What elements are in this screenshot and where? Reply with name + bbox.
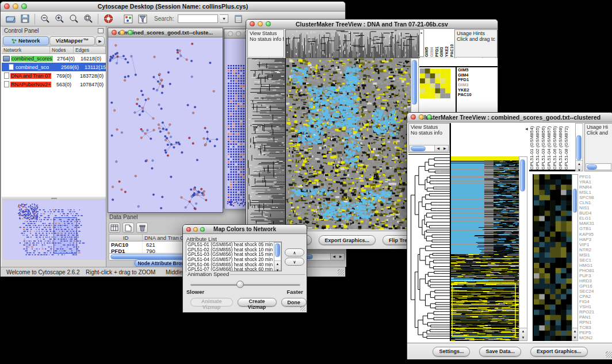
- tab-network[interactable]: Network: [3, 36, 49, 45]
- minimize-icon[interactable]: [193, 227, 198, 232]
- column-label[interactable]: GPL51-04 (GSM857): [546, 123, 552, 170]
- table-report-icon[interactable]: [232, 13, 245, 25]
- close-icon[interactable]: [186, 227, 191, 232]
- gene-label[interactable]: SEC24: [579, 289, 612, 294]
- tv1-row-dendrogram[interactable]: [247, 58, 285, 231]
- filter-icon[interactable]: [136, 13, 149, 25]
- gene-label[interactable]: YRA1: [579, 179, 612, 185]
- speed-slider-track[interactable]: [190, 284, 300, 286]
- gene-label[interactable]: MSI1: [579, 252, 612, 258]
- close-icon[interactable]: [4, 3, 10, 9]
- gene-label[interactable]: RNR4: [579, 185, 612, 190]
- zoom-fit-icon[interactable]: [67, 13, 80, 25]
- window-resize-grip[interactable]: [606, 351, 612, 358]
- network-table-row[interactable]: DNA and Tran 07 769(0) 183728(0): [2, 71, 106, 80]
- gene-label[interactable]: SPC98: [579, 195, 612, 200]
- gene-label[interactable]: NTR2: [579, 247, 612, 252]
- speed-slider-thumb[interactable]: [236, 281, 244, 288]
- treeview1-titlebar[interactable]: ClusterMaker TreeView : DNA and Tran 07-…: [246, 20, 498, 29]
- dialog-action-button[interactable]: Create Vizmap: [238, 298, 277, 306]
- gene-label[interactable]: BUD4: [579, 210, 612, 216]
- zoom-window-icon[interactable]: [427, 114, 432, 120]
- window-resize-grip[interactable]: [338, 269, 344, 275]
- gene-label[interactable]: PFD1: [579, 174, 612, 179]
- scrollbar-thumb[interactable]: [576, 135, 582, 160]
- tv2-row-dendrogram[interactable]: [408, 154, 450, 342]
- move-down-button[interactable]: ∨: [285, 258, 304, 266]
- treeview-action-button[interactable]: Save Data...: [479, 347, 521, 357]
- gene-label[interactable]: CPA2: [579, 294, 612, 299]
- scroll-up-icon[interactable]: ▲: [519, 328, 527, 335]
- scrollbar-thumb[interactable]: [275, 243, 280, 257]
- vizmapper-icon[interactable]: [122, 13, 135, 25]
- gene-label[interactable]: PEP5: [579, 330, 612, 335]
- treeview-action-button[interactable]: Settings...: [433, 347, 470, 357]
- column-label[interactable]: GPL51-06 (GSM865): [552, 123, 558, 170]
- float-panel-icon[interactable]: [98, 28, 104, 33]
- attribute-list-scrollbar[interactable]: ▲▼: [274, 242, 281, 271]
- treeview-action-button[interactable]: Export Graphics...: [319, 235, 376, 245]
- network-overview-canvas[interactable]: [3, 200, 105, 260]
- scroll-down-icon[interactable]: ▼: [274, 267, 281, 274]
- gene-label[interactable]: RPO21: [579, 309, 612, 315]
- gene-label[interactable]: MSL1: [579, 190, 612, 195]
- gene-label[interactable]: ELG1: [579, 216, 612, 221]
- gene-label[interactable]: PAN1: [579, 315, 612, 320]
- zoom-in-icon[interactable]: [53, 13, 66, 25]
- new-attribute-icon[interactable]: [123, 223, 134, 233]
- scrollbar-thumb[interactable]: [587, 164, 597, 170]
- minimize-icon[interactable]: [258, 21, 263, 26]
- tv2-collabel-scrollbar[interactable]: ▲▼: [575, 123, 583, 171]
- scrollbar-thumb[interactable]: [520, 159, 525, 191]
- gene-label[interactable]: YSH1: [579, 304, 612, 309]
- scroll-down-icon[interactable]: ▼: [519, 335, 527, 341]
- column-label[interactable]: GPL51-07 (GSM868): [558, 123, 564, 170]
- open-file-button[interactable]: [4, 13, 17, 25]
- save-button[interactable]: [18, 13, 31, 25]
- zoom-out-icon[interactable]: [39, 13, 51, 25]
- minimize-icon[interactable]: [419, 114, 424, 120]
- close-icon[interactable]: [250, 21, 255, 26]
- tv2-vscrollbar[interactable]: ▲▼: [519, 156, 527, 341]
- scroll-right-icon[interactable]: ▶: [338, 254, 345, 260]
- network-table-row[interactable]: combined_scores 2764(0) 16218(0): [2, 54, 106, 63]
- gene-label[interactable]: FIG4: [579, 299, 612, 304]
- scroll-down-icon[interactable]: ▼: [572, 335, 577, 341]
- tv2-zoom-scrollbar[interactable]: ▲▼: [572, 174, 578, 341]
- tv2-status-hscrollbar[interactable]: ◀▶: [410, 145, 449, 152]
- tv1-global-heatmap[interactable]: [285, 58, 411, 229]
- tv1-splitter-arrow-icon[interactable]: ▸: [419, 29, 424, 57]
- tv2-splitter-arrow-icon[interactable]: ◀: [525, 127, 528, 131]
- gene-label[interactable]: KAP95: [579, 232, 612, 237]
- gene-label[interactable]: HMG1: [579, 263, 612, 268]
- gene-label[interactable]: SEC1: [579, 258, 612, 263]
- tab-vizmapper[interactable]: VizMapper™: [49, 36, 95, 45]
- network-table-row[interactable]: RNAPuberNov2+ 563(0) 107847(0): [2, 80, 106, 89]
- minimize-icon[interactable]: [236, 31, 241, 36]
- main-titlebar[interactable]: Cytoscape Desktop (Session Name: collins…: [1, 2, 345, 12]
- gene-label[interactable]: PHO81: [579, 268, 612, 273]
- gene-label[interactable]: HRD3: [579, 278, 612, 283]
- gene-label[interactable]: MAK31: [579, 221, 612, 226]
- column-label[interactable]: GPL51-01 (GSM854): [529, 123, 535, 170]
- window-resize-grip[interactable]: [300, 306, 305, 311]
- close-icon[interactable]: [228, 31, 233, 36]
- column-label[interactable]: GPL51-03 (GSM856): [541, 123, 546, 170]
- treeview2-titlebar[interactable]: ClusterMaker TreeView : combined_scores_…: [407, 113, 612, 122]
- dialog-titlebar[interactable]: Map Colors to Network: [183, 225, 307, 234]
- close-icon[interactable]: [411, 114, 416, 120]
- scroll-left-icon[interactable]: ◀: [331, 254, 338, 260]
- gene-label[interactable]: TCB3: [579, 325, 612, 330]
- zoom-selected-icon[interactable]: [82, 13, 94, 25]
- help-lifering-icon[interactable]: [102, 13, 114, 25]
- gene-label[interactable]: PUF3: [579, 273, 612, 278]
- zoom-window-icon[interactable]: [128, 30, 133, 35]
- scroll-up-icon[interactable]: ▲: [576, 161, 583, 167]
- scroll-right-icon[interactable]: ▶: [442, 145, 449, 151]
- gene-label[interactable]: MON2: [579, 335, 612, 340]
- zoom-window-icon[interactable]: [266, 21, 271, 26]
- scrollbar-thumb[interactable]: [573, 189, 577, 213]
- column-label[interactable]: YKE2: [445, 30, 450, 57]
- move-up-button[interactable]: ∧: [285, 248, 304, 256]
- column-label[interactable]: GPL51-02 (GSM855): [535, 123, 541, 170]
